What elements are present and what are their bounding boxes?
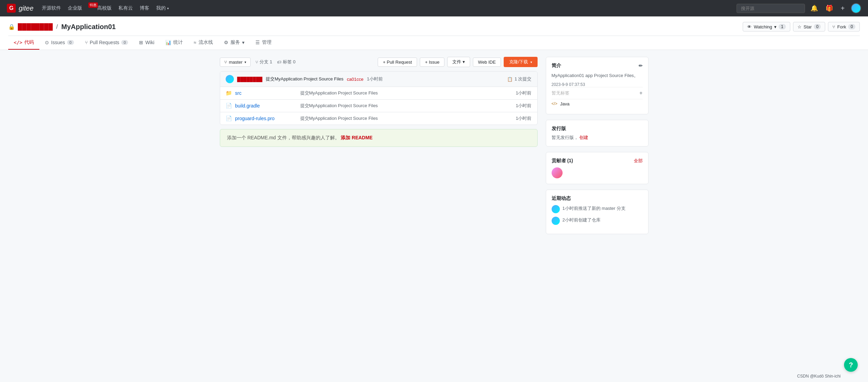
tag-count-link[interactable]: 🏷 标签 0 bbox=[277, 59, 295, 65]
activity-text-2: 2小时前创建了仓库 bbox=[563, 217, 601, 224]
file-caret-icon: ▾ bbox=[463, 59, 465, 64]
release-title: 发行版 bbox=[552, 126, 643, 132]
tags-row: 暂无标签 + bbox=[552, 87, 643, 99]
activity-avatar-2 bbox=[552, 217, 560, 225]
nav-university[interactable]: 高校版 bbox=[97, 5, 112, 11]
watch-button[interactable]: 👁 Watching ▾ 1 bbox=[743, 22, 790, 31]
intro-section: 简介 ✏ MyApplication01 app Project Source … bbox=[546, 57, 649, 114]
tab-code[interactable]: </> 代码 bbox=[8, 36, 39, 50]
services-dropdown-icon: ▾ bbox=[242, 40, 244, 45]
tab-manage[interactable]: ☰ 管理 bbox=[250, 36, 277, 50]
issues-badge: 0 bbox=[67, 40, 74, 45]
repo-owner[interactable]: ████████ bbox=[18, 23, 53, 30]
logo-text: gitee bbox=[18, 4, 33, 12]
nav-icon-group: 🔔 🎁 + bbox=[809, 3, 861, 14]
file-name-proguard[interactable]: proguard-rules.pro bbox=[235, 116, 297, 121]
fork-count: 0 bbox=[848, 24, 855, 29]
mine-dropdown-icon: ▾ bbox=[167, 7, 169, 10]
watch-dropdown-icon: ▾ bbox=[774, 24, 777, 29]
contributors-section: 贡献者 (1) 全部 bbox=[546, 152, 649, 184]
tab-stats-label: 统计 bbox=[173, 39, 183, 46]
repo-toolbar: ⑂ master ▾ ⑂ 分支 1 🏷 标签 0 + Pull Request … bbox=[220, 57, 538, 67]
language-row: </> Java bbox=[552, 99, 643, 109]
tab-services[interactable]: ⚙ 服务 ▾ bbox=[218, 36, 250, 50]
activity-title: 近期动态 bbox=[552, 195, 643, 202]
site-logo[interactable]: G gitee bbox=[7, 4, 34, 13]
clone-download-button[interactable]: 克隆/下载 ▾ bbox=[504, 57, 538, 67]
repo-title-row: 🔒 ████████ / MyApplication01 👁 Watching … bbox=[8, 22, 860, 31]
file-commit-proguard: 提交MyApplication Project Source Files bbox=[300, 115, 513, 122]
release-section: 发行版 暂无发行版， 创建 bbox=[546, 120, 649, 147]
tab-pr-label: Pull Requests bbox=[90, 40, 119, 45]
commit-username[interactable]: ████████ bbox=[237, 77, 263, 82]
fork-icon: ⑂ bbox=[832, 24, 835, 29]
contributors-all-link[interactable]: 全部 bbox=[634, 158, 643, 164]
fork-button[interactable]: ⑂ Fork 0 bbox=[828, 22, 860, 31]
repo-actions: 👁 Watching ▾ 1 ☆ Star 0 ⑂ Fork 0 bbox=[743, 22, 860, 31]
release-create-link[interactable]: 创建 bbox=[579, 135, 588, 140]
add-readme-link[interactable]: 添加 README bbox=[341, 135, 373, 140]
file-name-src[interactable]: src bbox=[235, 90, 297, 96]
intro-date: 2023-9-9 07:37:53 bbox=[552, 82, 643, 87]
main-content: ⑂ master ▾ ⑂ 分支 1 🏷 标签 0 + Pull Request … bbox=[212, 50, 657, 246]
contributor-avatar[interactable] bbox=[552, 167, 563, 178]
tab-issues[interactable]: ⊙ Issues 0 bbox=[39, 36, 79, 49]
user-avatar[interactable] bbox=[851, 3, 861, 13]
edit-icon[interactable]: ✏ bbox=[639, 63, 643, 68]
star-button[interactable]: ☆ Star 0 bbox=[793, 22, 826, 31]
issue-button[interactable]: + Issue bbox=[420, 58, 444, 67]
nav-private-cloud[interactable]: 私有云 bbox=[118, 5, 133, 11]
code-icon: </> bbox=[14, 40, 22, 45]
tag-icon: 🏷 bbox=[277, 60, 281, 65]
contributors-header: 贡献者 (1) 全部 bbox=[552, 158, 643, 164]
activity-section: 近期动态 1小时前推送了新的 master 分支 2小时前创建了仓库 bbox=[546, 190, 649, 234]
toolbar-right: + Pull Request + Issue 文件 ▾ Web IDE 克隆/下… bbox=[378, 57, 537, 67]
intro-title: 简介 bbox=[552, 63, 561, 69]
nav-blog[interactable]: 博客 bbox=[140, 5, 149, 11]
tab-stats[interactable]: 📊 统计 bbox=[160, 36, 188, 50]
branch-count-link[interactable]: ⑂ 分支 1 bbox=[255, 59, 272, 65]
file-icon: 📄 bbox=[226, 103, 232, 109]
file-time-proguard: 1小时前 bbox=[516, 115, 531, 122]
commit-message[interactable]: 提交MyApplication Project Source Files bbox=[266, 76, 343, 82]
file-button[interactable]: 文件 ▾ bbox=[447, 57, 470, 67]
commit-hash[interactable]: ca01cce bbox=[347, 77, 363, 82]
gift-icon[interactable]: 🎁 bbox=[824, 3, 834, 13]
commit-count-icon: 📋 bbox=[507, 77, 513, 82]
tab-wiki-label: Wiki bbox=[145, 40, 154, 45]
branch-caret: ▾ bbox=[244, 60, 246, 64]
search-input[interactable] bbox=[737, 4, 805, 13]
lock-icon: 🔒 bbox=[8, 24, 15, 30]
tab-code-label: 代码 bbox=[24, 39, 34, 46]
tag-count: 标签 0 bbox=[283, 59, 295, 65]
bell-icon[interactable]: 🔔 bbox=[809, 3, 819, 13]
file-time-build: 1小时前 bbox=[516, 103, 531, 109]
table-row: 📄 proguard-rules.pro 提交MyApplication Pro… bbox=[220, 112, 537, 125]
activity-text-1: 1小时前推送了新的 master 分支 bbox=[563, 205, 626, 212]
file-commit-build: 提交MyApplication Project Source Files bbox=[300, 103, 513, 109]
readme-banner: 添加一个 README.md 文件，帮助感兴趣的人了解。 添加 README bbox=[220, 129, 538, 147]
web-ide-button[interactable]: Web IDE bbox=[473, 58, 501, 67]
pull-request-button[interactable]: + Pull Request bbox=[378, 58, 417, 67]
star-label: Star bbox=[804, 24, 812, 29]
file-name-build[interactable]: build.gradle bbox=[235, 103, 297, 109]
tab-pullrequests[interactable]: ⑂ Pull Requests 0 bbox=[79, 36, 134, 49]
release-empty-text: 暂无发行版， 创建 bbox=[552, 135, 643, 141]
pipeline-icon: ≈ bbox=[194, 40, 197, 45]
pr-icon: ⑂ bbox=[85, 40, 88, 45]
readme-text: 添加一个 README.md 文件，帮助感兴趣的人了解。 bbox=[227, 135, 340, 140]
add-icon[interactable]: + bbox=[839, 3, 846, 14]
tab-services-label: 服务 bbox=[230, 39, 240, 46]
tab-pipeline[interactable]: ≈ 流水线 bbox=[188, 36, 218, 50]
branch-fork-icon: ⑂ bbox=[255, 60, 258, 65]
branch-selector[interactable]: ⑂ master ▾ bbox=[220, 58, 251, 67]
add-tag-button[interactable]: + bbox=[639, 90, 642, 96]
repo-sidebar: 简介 ✏ MyApplication01 app Project Source … bbox=[546, 57, 649, 240]
tab-wiki[interactable]: ⊞ Wiki bbox=[134, 36, 160, 49]
commit-count-text: 1 次提交 bbox=[515, 76, 532, 82]
intro-desc: MyApplication01 app Project Source Files… bbox=[552, 72, 643, 79]
nav-mine[interactable]: 我的 ▾ bbox=[156, 5, 169, 11]
nav-open-source[interactable]: 开源软件 bbox=[42, 5, 61, 11]
commit-user-avatar bbox=[226, 75, 234, 83]
nav-enterprise[interactable]: 企业版 特惠 bbox=[68, 5, 90, 11]
